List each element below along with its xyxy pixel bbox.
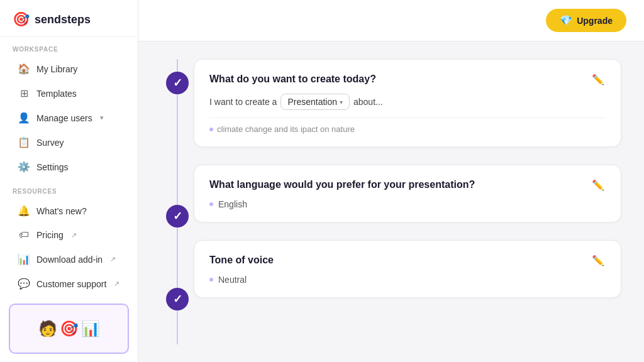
logo-text: sendsteps (35, 13, 91, 26)
pencil-icon: ✏️ (592, 74, 604, 85)
check-icon-2: ✓ (166, 205, 189, 228)
sidebar-logo: 🎯 sendsteps (0, 0, 138, 37)
sidebar-item-label: Download add-in (36, 255, 103, 265)
sidebar-item-download-add-in[interactable]: 📊 Download add-in ↗ (5, 248, 133, 271)
logo-icon: 🎯 (13, 11, 30, 28)
gem-icon: 💎 (560, 14, 572, 26)
sidebar-item-settings[interactable]: ⚙️ Settings (5, 155, 133, 178)
step-3-dot: ✓ (166, 278, 189, 310)
sidebar-item-templates[interactable]: ⊞ Templates (5, 82, 133, 105)
templates-icon: ⊞ (18, 87, 30, 99)
card-3-value: Neutral (209, 275, 606, 285)
sidebar-item-manage-users[interactable]: 👤 Manage users ▾ (5, 106, 133, 129)
settings-icon: ⚙️ (18, 161, 30, 173)
download-icon: 📊 (18, 253, 30, 265)
sidebar-item-whats-new[interactable]: 🔔 What's new? (5, 199, 133, 222)
sidebar-item-pricing[interactable]: 🏷 Pricing ↗ (5, 224, 133, 246)
card-2-value: English (209, 199, 606, 209)
support-icon: 💬 (18, 278, 30, 290)
card-2-title: What language would you prefer for your … (209, 179, 606, 190)
step-2-dot: ✓ (166, 195, 189, 228)
upgrade-button[interactable]: 💎 Upgrade (546, 9, 626, 32)
card-1-row: I want to create a Presentation ▾ about.… (209, 94, 606, 110)
bullet-icon (209, 202, 213, 206)
card-1-edit-button[interactable]: ✏️ (588, 72, 608, 87)
manage-users-icon: 👤 (18, 112, 30, 124)
content-area: ✓ ✓ ✓ What do you want to create (138, 41, 644, 362)
survey-icon: 📋 (18, 136, 30, 148)
external-link-icon: ↗ (71, 231, 77, 239)
header: 💎 Upgrade (138, 0, 644, 41)
card-language: What language would you prefer for your … (194, 165, 621, 222)
pencil-icon: ✏️ (592, 255, 604, 266)
resources-label: RESOURCES (0, 179, 138, 199)
sidebar-item-label: Settings (36, 162, 69, 172)
card-tone-of-voice: Tone of voice ✏️ Neutral (194, 240, 621, 298)
sidebar-item-label: Manage users (36, 113, 92, 123)
external-link-icon: ↗ (110, 255, 116, 263)
timeline: ✓ ✓ ✓ (161, 59, 194, 344)
pricing-icon: 🏷 (18, 229, 30, 241)
chevron-down-icon: ▾ (100, 114, 104, 122)
bullet-icon (209, 278, 213, 282)
sidebar-item-label: Pricing (36, 230, 64, 240)
card-3-title: Tone of voice (209, 255, 606, 266)
card-1-topic: climate change and its ipact on nature (209, 118, 606, 134)
sidebar-item-customer-support[interactable]: 💬 Customer support ↗ (5, 272, 133, 295)
sidebar-preview-card: 🧑🎯📊 (9, 304, 129, 354)
tone-value: Neutral (218, 275, 247, 285)
card-create-topic: What do you want to create today? ✏️ I w… (194, 59, 621, 147)
cards-column: What do you want to create today? ✏️ I w… (194, 59, 621, 344)
bell-icon: 🔔 (18, 205, 30, 217)
presentation-type-select[interactable]: Presentation ▾ (280, 94, 350, 110)
sidebar-item-label: Customer support (36, 279, 106, 289)
chevron-down-icon: ▾ (340, 99, 343, 106)
sidebar-item-label: What's new? (36, 206, 87, 216)
sidebar: 🎯 sendsteps WORKSPACE 🏠 My Library ⊞ Tem… (0, 0, 138, 362)
home-icon: 🏠 (18, 63, 30, 75)
bullet-icon (209, 128, 213, 131)
sidebar-item-label: My Library (36, 64, 77, 74)
sidebar-item-survey[interactable]: 📋 Survey (5, 131, 133, 154)
sidebar-item-my-library[interactable]: 🏠 My Library (5, 57, 133, 80)
upgrade-label: Upgrade (577, 16, 613, 26)
create-prefix: I want to create a (209, 97, 277, 107)
workspace-label: WORKSPACE (0, 37, 138, 57)
check-icon-1: ✓ (166, 72, 189, 94)
language-value: English (218, 199, 247, 209)
pencil-icon: ✏️ (592, 180, 604, 190)
topic-text: climate change and its ipact on nature (217, 124, 355, 134)
preview-emojis: 🧑🎯📊 (38, 320, 100, 337)
type-selected-label: Presentation (287, 97, 337, 107)
card-2-edit-button[interactable]: ✏️ (588, 178, 608, 192)
sidebar-item-label: Templates (36, 89, 77, 99)
external-link-icon: ↗ (114, 280, 119, 288)
card-3-edit-button[interactable]: ✏️ (588, 253, 608, 268)
sidebar-item-label: Survey (36, 138, 64, 148)
step-1-dot: ✓ (166, 59, 189, 94)
main-content: 💎 Upgrade ✓ ✓ ✓ (138, 0, 644, 362)
card-1-title: What do you want to create today? (209, 74, 606, 85)
check-icon-3: ✓ (166, 288, 189, 310)
about-suffix: about... (353, 97, 383, 107)
